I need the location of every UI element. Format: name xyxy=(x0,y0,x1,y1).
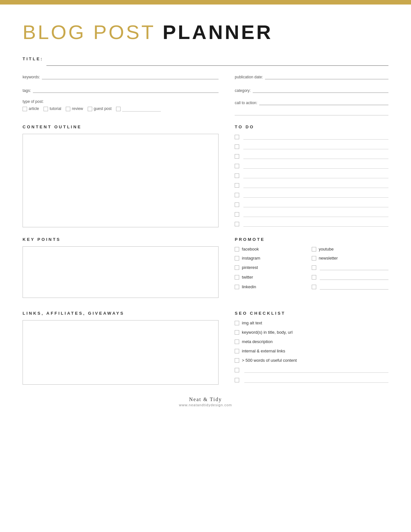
checkbox-custom-promote-2[interactable] xyxy=(312,275,316,280)
title-dark: PLANNER xyxy=(162,21,273,43)
todo-checkbox-6[interactable] xyxy=(235,183,239,188)
checkbox-review[interactable] xyxy=(66,107,70,111)
seo-checkbox-3[interactable] xyxy=(235,340,239,344)
checkbox-pinterest[interactable] xyxy=(235,265,239,270)
todo-checkbox-7[interactable] xyxy=(235,193,239,197)
promote-twitter: twitter xyxy=(235,274,311,280)
checkbox-custom-promote-1[interactable] xyxy=(312,265,316,270)
type-of-post-label: type of post: xyxy=(23,99,219,104)
promote-custom-3 xyxy=(312,284,388,290)
tags-line xyxy=(33,87,219,93)
call-to-action-row: call to action: xyxy=(235,99,388,105)
type-review: review xyxy=(66,106,83,111)
checkbox-tutorial[interactable] xyxy=(44,107,48,111)
links-seo-section: LINKS, AFFILIATES, GIVEAWAYS SEO CHECKLI… xyxy=(23,311,388,387)
todo-checkbox-3[interactable] xyxy=(235,154,239,159)
todo-checkbox-10[interactable] xyxy=(235,222,239,226)
checkbox-linkedin[interactable] xyxy=(235,285,239,289)
todo-checkbox-1[interactable] xyxy=(235,135,239,139)
seo-item-5: > 500 words of useful content xyxy=(235,358,388,363)
seo-line-7 xyxy=(244,377,388,383)
promote-facebook: facebook xyxy=(235,246,311,251)
todo-item-9 xyxy=(235,211,388,217)
seo-checkbox-1[interactable] xyxy=(235,321,239,325)
seo-label: SEO CHECKLIST xyxy=(235,311,388,316)
seo-checkbox-2[interactable] xyxy=(235,330,239,335)
todo-line-6 xyxy=(243,182,388,188)
checkbox-custom[interactable] xyxy=(116,107,121,111)
type-custom xyxy=(116,106,161,112)
call-to-action-line xyxy=(259,99,388,105)
title-gold: BLOG POST xyxy=(23,21,155,43)
todo-checkbox-5[interactable] xyxy=(235,173,239,178)
category-row: category: xyxy=(235,87,388,93)
todo-item-8 xyxy=(235,202,388,207)
links-label: LINKS, AFFILIATES, GIVEAWAYS xyxy=(23,311,219,316)
checkbox-article[interactable] xyxy=(23,107,27,111)
todo-checkbox-2[interactable] xyxy=(235,144,239,149)
links-box[interactable] xyxy=(23,320,219,385)
seo-line-6 xyxy=(244,367,388,373)
todo-item-3 xyxy=(235,153,388,159)
todo-line-9 xyxy=(243,211,388,217)
keywords-row: keywords: xyxy=(23,74,219,79)
page-footer: Neat & Tidy www.neatandtidydesign.com xyxy=(23,397,388,407)
todo-list xyxy=(235,134,388,227)
call-to-action-label: call to action: xyxy=(235,101,257,105)
seo-item-7 xyxy=(235,377,388,383)
pub-date-line xyxy=(265,74,388,79)
seo-section: SEO CHECKLIST img alt text keyword(s) in… xyxy=(235,311,388,387)
call-to-action-extra-line xyxy=(235,110,388,115)
type-guestpost: guest post xyxy=(88,106,112,111)
promote-instagram: instagram xyxy=(235,255,311,261)
custom-promote-line-3 xyxy=(320,284,388,290)
todo-item-5 xyxy=(235,172,388,178)
content-todo-section: CONTENT OUTLINE TO DO xyxy=(23,124,388,237)
promote-custom-2 xyxy=(312,274,388,280)
category-label: category: xyxy=(235,88,250,93)
checkbox-instagram[interactable] xyxy=(235,256,239,261)
todo-item-7 xyxy=(235,192,388,198)
seo-checkbox-6[interactable] xyxy=(235,368,239,372)
todo-label: TO DO xyxy=(235,124,388,129)
type-post-row: article tutorial review guest post xyxy=(23,106,219,112)
checkbox-youtube[interactable] xyxy=(312,247,316,251)
checkbox-newsletter[interactable] xyxy=(312,256,316,261)
todo-line-8 xyxy=(243,202,388,207)
custom-promote-line-2 xyxy=(320,274,388,280)
content-outline-box[interactable] xyxy=(23,134,219,227)
key-points-label: KEY POINTS xyxy=(23,237,219,242)
title-line xyxy=(46,59,388,66)
promote-custom-1 xyxy=(312,264,388,270)
todo-line-10 xyxy=(243,221,388,227)
promote-linkedin: linkedin xyxy=(235,284,311,289)
seo-item-2: keyword(s) in title, body, url xyxy=(235,330,388,335)
todo-checkbox-8[interactable] xyxy=(235,202,239,207)
title-field-row: TITLE: xyxy=(23,56,388,66)
key-points-box[interactable] xyxy=(23,246,219,298)
seo-item-1: img alt text xyxy=(235,320,388,325)
todo-line-7 xyxy=(243,192,388,198)
seo-checkbox-4[interactable] xyxy=(235,349,239,353)
category-line xyxy=(253,87,388,93)
publication-date-row: publication date: xyxy=(235,74,388,79)
tags-label: tags: xyxy=(23,88,31,93)
footer-url: www.neatandtidydesign.com xyxy=(23,403,388,407)
seo-item-6 xyxy=(235,367,388,373)
todo-line-5 xyxy=(243,172,388,178)
checkbox-twitter[interactable] xyxy=(235,275,239,280)
todo-checkbox-4[interactable] xyxy=(235,164,239,168)
todo-item-4 xyxy=(235,163,388,169)
todo-line-2 xyxy=(243,143,388,149)
promote-row-5: linkedin xyxy=(235,284,388,290)
todo-checkbox-9[interactable] xyxy=(235,212,239,217)
seo-checkbox-5[interactable] xyxy=(235,358,239,363)
keywords-line xyxy=(42,74,219,79)
checkbox-custom-promote-3[interactable] xyxy=(312,285,316,289)
todo-section: TO DO xyxy=(235,124,388,237)
footer-brand: Neat & Tidy xyxy=(23,397,388,402)
todo-line-1 xyxy=(243,134,388,140)
checkbox-facebook[interactable] xyxy=(235,247,239,251)
seo-checkbox-7[interactable] xyxy=(235,378,239,382)
checkbox-guestpost[interactable] xyxy=(88,107,92,111)
